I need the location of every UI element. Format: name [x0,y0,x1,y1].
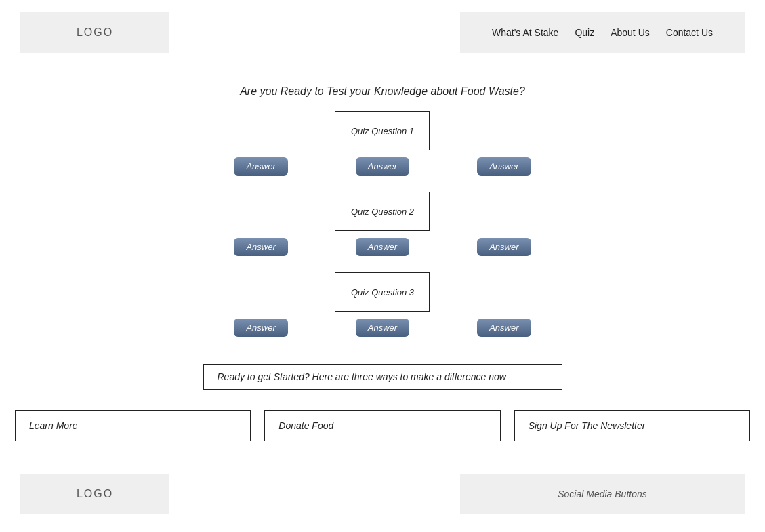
nav-contact-us[interactable]: Contact Us [666,27,713,38]
nav-whats-at-stake[interactable]: What's At Stake [492,27,558,38]
quiz-block-3: Quiz Question 3 Answer Answer Answer [234,272,531,337]
quiz-question-1: Quiz Question 1 [335,111,430,150]
nav-bar: What's At Stake Quiz About Us Contact Us [460,12,745,53]
quiz-section: Quiz Question 1 Answer Answer Answer Qui… [0,111,765,337]
logo-text: LOGO [77,26,113,39]
answer-3a-button[interactable]: Answer [234,319,287,337]
nav-about-us[interactable]: About Us [611,27,650,38]
hero-subtitle: Are you Ready to Test your Knowledge abo… [0,85,765,98]
answer-3c-button[interactable]: Answer [477,319,531,337]
header: LOGO What's At Stake Quiz About Us Conta… [0,0,765,65]
header-logo: LOGO [20,12,169,53]
social-media-box: Social Media Buttons [460,474,745,514]
quiz-question-2: Quiz Question 2 [335,192,430,231]
action-row: Learn More Donate Food Sign Up For The N… [0,410,765,441]
footer-logo: LOGO [20,474,169,514]
answer-2c-button[interactable]: Answer [477,238,531,256]
answer-row-2: Answer Answer Answer [234,238,531,256]
quiz-question-3: Quiz Question 3 [335,272,430,312]
quiz-block-2: Quiz Question 2 Answer Answer Answer [234,192,531,256]
footer-logo-text: LOGO [77,488,113,500]
footer: LOGO Social Media Buttons [0,462,765,527]
cta-text: Ready to get Started? Here are three way… [218,371,506,382]
newsletter-button[interactable]: Sign Up For The Newsletter [514,410,750,441]
quiz-block-1: Quiz Question 1 Answer Answer Answer [234,111,531,176]
learn-more-button[interactable]: Learn More [15,410,251,441]
hero-subtitle-text: Are you Ready to Test your Knowledge abo… [240,85,525,97]
donate-food-button[interactable]: Donate Food [264,410,500,441]
answer-1b-button[interactable]: Answer [356,157,409,176]
nav-quiz[interactable]: Quiz [575,27,594,38]
answer-1a-button[interactable]: Answer [234,157,287,176]
answer-row-3: Answer Answer Answer [234,319,531,337]
answer-row-1: Answer Answer Answer [234,157,531,176]
cta-banner: Ready to get Started? Here are three way… [203,364,562,390]
answer-2a-button[interactable]: Answer [234,238,287,256]
social-media-text: Social Media Buttons [558,489,647,499]
answer-3b-button[interactable]: Answer [356,319,409,337]
answer-1c-button[interactable]: Answer [477,157,531,176]
answer-2b-button[interactable]: Answer [356,238,409,256]
